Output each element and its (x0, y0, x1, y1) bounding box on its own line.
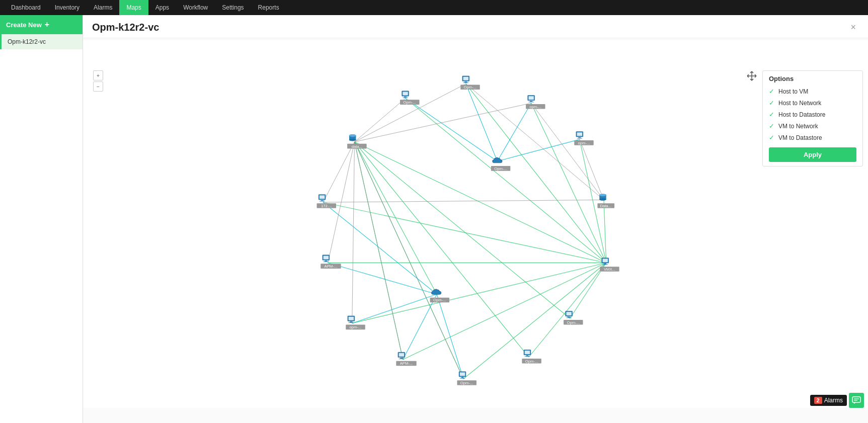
node-h172[interactable]: 172.... (317, 195, 336, 208)
svg-rect-79 (852, 397, 860, 402)
svg-line-37 (355, 103, 531, 142)
svg-line-19 (323, 202, 606, 263)
check-vm-to-network: ✓ (769, 122, 774, 130)
node-data2[interactable]: Data... (597, 194, 614, 208)
svg-text:VMX...: VMX... (604, 267, 615, 272)
map-canvas: + − (83, 40, 868, 408)
alarm-label: Alarms (824, 397, 843, 404)
map-title-bar: Opm-k12r2-vc × (83, 15, 868, 38)
check-host-to-network: ✓ (769, 99, 774, 107)
nav-reports[interactable]: Reports (251, 0, 286, 15)
chat-button[interactable] (849, 393, 864, 408)
create-new-button[interactable]: Create New + (0, 15, 83, 34)
nav-maps[interactable]: Maps (119, 0, 148, 15)
svg-text:Opm-...: Opm-... (433, 298, 446, 302)
option-label-vm-to-datastore: VM to Datastore (778, 134, 822, 141)
svg-text:APM-...: APM-... (325, 264, 338, 269)
node-opm2[interactable]: Opm-... (400, 91, 419, 105)
node-opm3[interactable]: opm-... (526, 95, 545, 109)
node-vmx[interactable]: VMX... (600, 258, 619, 272)
network-map-svg: Opm-... Opm-... opm-... opm-... (83, 40, 868, 408)
option-label-vm-to-network: VM to Network (778, 123, 818, 130)
svg-text:Opm-...: Opm-... (567, 320, 580, 325)
svg-line-39 (531, 103, 604, 200)
option-vm-to-network[interactable]: ✓ VM to Network (769, 122, 856, 130)
svg-line-24 (529, 263, 606, 357)
nav-dashboard[interactable]: Dashboard (4, 0, 48, 15)
svg-line-36 (355, 98, 406, 142)
svg-text:Opm-...: Opm-... (525, 359, 538, 364)
node-opm4[interactable]: opm-... (574, 132, 593, 145)
option-label-host-to-network: Host to Network (778, 100, 821, 107)
svg-text:Opm-...: Opm-... (403, 100, 416, 105)
pan-icon[interactable] (746, 70, 757, 84)
svg-line-46 (355, 142, 463, 379)
svg-line-40 (580, 139, 604, 200)
main-area: Opm-k12r2-vc × + − (83, 15, 868, 423)
node-apm1[interactable]: APM-... (321, 255, 341, 269)
svg-text:data...: data... (352, 144, 362, 149)
svg-line-10 (355, 142, 529, 357)
check-vm-to-datastore: ✓ (769, 134, 774, 141)
svg-text:APM-...: APM-... (400, 361, 413, 366)
svg-line-27 (406, 98, 498, 161)
svg-line-34 (437, 294, 463, 379)
sidebar: Create New + Opm-k12r2-vc (0, 15, 83, 423)
zoom-out-button[interactable]: − (93, 81, 103, 92)
node-opm7[interactable]: Opm-... (522, 350, 541, 363)
nav-settings[interactable]: Settings (215, 0, 251, 15)
svg-line-30 (323, 202, 437, 294)
options-panel: Options ✓ Host to VM ✓ Host to Network ✓… (762, 70, 863, 166)
svg-line-23 (403, 263, 606, 359)
svg-line-29 (497, 139, 580, 161)
nav-alarms[interactable]: Alarms (87, 0, 119, 15)
svg-text:Opm-...: Opm-... (464, 85, 477, 90)
zoom-controls: + − (93, 70, 103, 92)
status-bar: 2 Alarms (810, 393, 868, 408)
alarm-count: 2 (814, 397, 822, 404)
svg-line-14 (466, 84, 606, 263)
zoom-in-button[interactable]: + (93, 70, 103, 80)
top-nav: Dashboard Inventory Alarms Maps Apps Wor… (0, 0, 868, 15)
options-title: Options (769, 75, 856, 82)
map-title: Opm-k12r2-vc (92, 22, 159, 33)
svg-text:opm-...: opm-... (578, 141, 590, 145)
node-opm8[interactable]: Opm-... (457, 372, 476, 385)
svg-text:172....: 172.... (321, 204, 332, 208)
option-host-to-network[interactable]: ✓ Host to Network (769, 99, 856, 107)
option-host-to-datastore[interactable]: ✓ Host to Datastore (769, 111, 856, 118)
svg-line-26 (466, 84, 498, 161)
svg-line-28 (497, 103, 531, 161)
svg-text:opm-...: opm-... (349, 325, 361, 329)
node-opmnet[interactable]: Opm-... (491, 157, 510, 171)
check-host-to-vm: ✓ (769, 88, 774, 95)
sidebar-item-map[interactable]: Opm-k12r2-vc (0, 34, 83, 49)
svg-text:Opm-...: Opm-... (460, 381, 474, 385)
svg-line-35 (355, 84, 466, 142)
plus-icon: + (45, 20, 49, 29)
nav-inventory[interactable]: Inventory (48, 0, 87, 15)
svg-line-44 (352, 142, 355, 323)
svg-line-42 (323, 200, 604, 202)
nav-workflow[interactable]: Workflow (176, 0, 215, 15)
nav-apps[interactable]: Apps (148, 0, 176, 15)
node-opm1[interactable]: Opm-... (460, 76, 480, 90)
close-button[interactable]: × (847, 21, 859, 34)
option-label-host-to-datastore: Host to Datastore (778, 111, 825, 118)
option-host-to-vm[interactable]: ✓ Host to VM (769, 88, 856, 95)
option-vm-to-datastore[interactable]: ✓ VM to Datastore (769, 134, 856, 141)
apply-button[interactable]: Apply (769, 147, 856, 162)
svg-text:Opm-...: Opm-... (494, 166, 507, 171)
svg-text:Data...: Data... (600, 204, 611, 208)
svg-line-41 (323, 142, 355, 202)
check-host-to-datastore: ✓ (769, 111, 774, 118)
option-label-host-to-vm: Host to VM (778, 88, 808, 95)
alarm-badge[interactable]: 2 Alarms (810, 395, 847, 406)
svg-line-16 (531, 103, 606, 263)
create-new-label: Create New (6, 21, 42, 29)
svg-text:opm-...: opm-... (529, 105, 541, 109)
